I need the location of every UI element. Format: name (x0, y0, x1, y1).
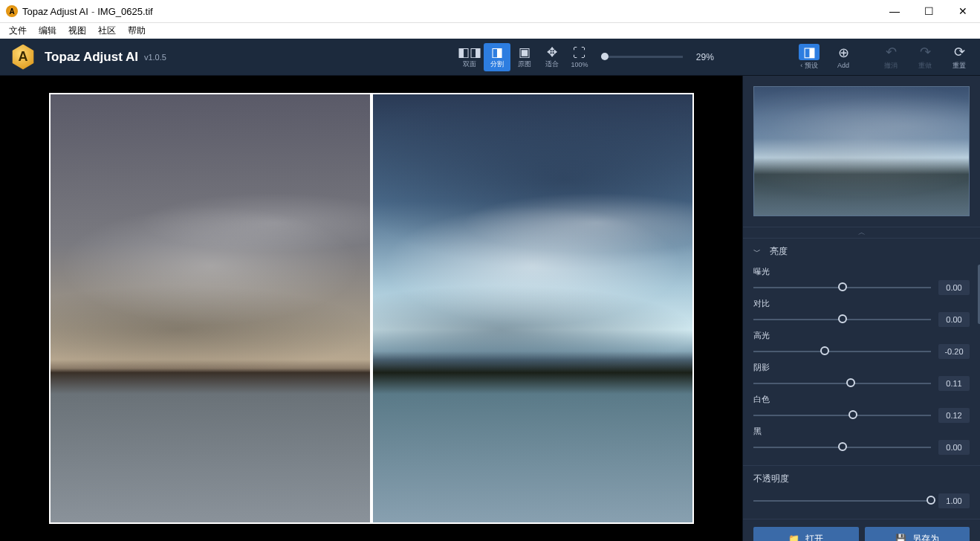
opacity-handle[interactable] (927, 496, 935, 505)
close-button[interactable]: ✕ (946, 0, 980, 22)
zoom-handle[interactable] (601, 53, 609, 60)
brightness-section: ﹀ 亮度 曝光0.00对比0.00高光-0.20阴影0.11白色0.12黑0.0… (743, 238, 980, 465)
slider-label: 阴影 (753, 362, 970, 373)
add-preset-button[interactable]: ⊕ Add (833, 45, 854, 69)
split-icon: ◨ (491, 45, 503, 59)
view-dual-button[interactable]: ◧◨双面 (456, 43, 483, 71)
view-original-button[interactable]: ▣原图 (511, 43, 538, 71)
preview-thumbnail[interactable] (753, 86, 970, 216)
menu-community[interactable]: 社区 (92, 23, 122, 39)
image-after (373, 94, 692, 522)
slider-track[interactable] (753, 287, 931, 288)
slider-label: 对比 (753, 298, 970, 309)
opacity-title: 不透明度 (753, 473, 789, 485)
titlebar-separator: - (91, 6, 94, 17)
opacity-slider[interactable] (753, 500, 931, 502)
minimize-button[interactable]: — (877, 0, 912, 22)
slider-row-3: 阴影0.11 (753, 362, 970, 391)
app-version: v1.0.5 (144, 53, 166, 62)
zoom-slider[interactable] (601, 56, 683, 58)
slider-value[interactable]: 0.00 (938, 312, 970, 327)
logo-icon: A (10, 45, 36, 70)
window-titlebar: A Topaz Adjust AI - IMG_0625.tif — ☐ ✕ (0, 0, 980, 22)
sidebar-footer: 📁 打开 💾 另存为 (743, 519, 980, 541)
slider-track[interactable] (753, 415, 931, 416)
slider-row-4: 白色0.12 (753, 394, 970, 423)
titlebar-app: Topaz Adjust AI (22, 6, 88, 17)
image-before (51, 94, 370, 522)
preset-button[interactable]: ◨ ‹ 预设 (799, 44, 820, 71)
slider-track[interactable] (753, 351, 931, 352)
slider-handle[interactable] (838, 442, 847, 451)
slider-label: 曝光 (753, 266, 970, 277)
slider-track[interactable] (753, 447, 931, 448)
image-icon: ▣ (519, 45, 530, 59)
slider-label: 高光 (753, 330, 970, 341)
slider-row-2: 高光-0.20 (753, 330, 970, 359)
preview-panel (743, 76, 980, 227)
slider-value[interactable]: 0.00 (938, 280, 970, 295)
chevron-down-icon: ﹀ (753, 247, 761, 257)
slider-handle[interactable] (838, 314, 847, 323)
opacity-section: 不透明度 1.00 (743, 465, 980, 519)
maximize-button[interactable]: ☐ (912, 0, 946, 22)
add-icon: ⊕ (833, 45, 854, 61)
save-as-button[interactable]: 💾 另存为 (865, 527, 970, 541)
redo-button[interactable]: ↷ 重做 (915, 44, 935, 71)
reset-button[interactable]: ⟳ 重置 (949, 44, 970, 71)
image-viewport[interactable] (0, 76, 742, 541)
slider-value[interactable]: -0.20 (938, 344, 970, 359)
reset-icon: ⟳ (949, 44, 970, 60)
slider-label: 黑 (753, 426, 970, 437)
fullscreen-icon: ⛶ (573, 46, 585, 61)
fit-icon: ✥ (547, 45, 557, 59)
app-icon-small: A (6, 5, 18, 17)
slider-row-0: 曝光0.00 (753, 266, 970, 295)
slider-handle[interactable] (820, 346, 829, 355)
menu-view[interactable]: 视图 (62, 23, 92, 39)
slider-track[interactable] (753, 319, 931, 320)
brightness-title: 亮度 (770, 245, 788, 258)
menu-file[interactable]: 文件 (3, 23, 33, 39)
save-icon: 💾 (895, 534, 906, 541)
brightness-header[interactable]: ﹀ 亮度 (743, 239, 980, 265)
app-title: Topaz Adjust AI (45, 50, 138, 65)
opacity-value[interactable]: 1.00 (938, 493, 970, 508)
open-button[interactable]: 📁 打开 (753, 527, 859, 541)
slider-handle[interactable] (848, 410, 857, 419)
view-split-button[interactable]: ◨分割 (484, 43, 510, 71)
undo-button[interactable]: ↶ 撤消 (880, 44, 901, 71)
slider-label: 白色 (753, 394, 970, 405)
menubar: 文件 编辑 视图 社区 帮助 (0, 22, 980, 39)
slider-value[interactable]: 0.00 (938, 440, 970, 455)
dual-icon: ◧◨ (458, 45, 481, 59)
view-mode-toolbar: ◧◨双面 ◨分割 ▣原图 ✥适合 ⛶100% 29% (456, 43, 714, 71)
slider-value[interactable]: 0.11 (938, 376, 970, 391)
slider-handle[interactable] (838, 282, 847, 291)
view-fit-button[interactable]: ✥适合 (539, 43, 565, 71)
split-compare (49, 93, 694, 524)
folder-icon: 📁 (788, 534, 799, 541)
redo-icon: ↷ (915, 44, 935, 60)
slider-value[interactable]: 0.12 (938, 408, 970, 423)
opacity-header[interactable]: 不透明度 (743, 466, 980, 492)
menu-help[interactable]: 帮助 (122, 23, 152, 39)
slider-row-5: 黑0.00 (753, 426, 970, 455)
slider-row-1: 对比0.00 (753, 298, 970, 327)
sidebar: ︿ ﹀ 亮度 曝光0.00对比0.00高光-0.20阴影0.11白色0.12黑0… (742, 76, 980, 541)
menu-edit[interactable]: 编辑 (33, 23, 62, 39)
slider-track[interactable] (753, 383, 931, 384)
app-header: A Topaz Adjust AI v1.0.5 ◧◨双面 ◨分割 ▣原图 ✥适… (0, 39, 980, 76)
undo-icon: ↶ (880, 44, 901, 60)
titlebar-file: IMG_0625.tif (97, 6, 152, 17)
preset-icon: ◨ (799, 44, 820, 60)
zoom-value: 29% (687, 52, 714, 62)
view-100-button[interactable]: ⛶100% (566, 43, 593, 71)
slider-handle[interactable] (846, 378, 855, 387)
collapse-up-button[interactable]: ︿ (743, 227, 980, 238)
